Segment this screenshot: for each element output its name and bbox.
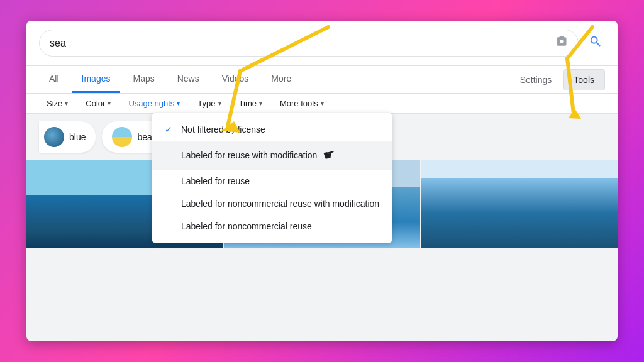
nav-tabs: All Images Maps News Videos More Setting… (26, 66, 618, 94)
size-filter[interactable]: Size ▾ (39, 94, 75, 113)
browser-window: All Images Maps News Videos More Setting… (26, 21, 618, 341)
pill-blue-circle (44, 127, 64, 147)
settings-button[interactable]: Settings (511, 69, 561, 91)
tab-videos[interactable]: Videos (212, 66, 259, 93)
dropdown-item-not-filtered[interactable]: ✓ Not filtered by license (152, 118, 392, 141)
tab-images[interactable]: Images (72, 66, 121, 93)
usage-rights-chevron-icon: ▾ (177, 100, 180, 107)
tools-button[interactable]: Tools (563, 69, 605, 90)
time-chevron-icon: ▾ (259, 100, 262, 107)
dropdown-item-reuse[interactable]: ✓ Labeled for reuse (152, 170, 392, 192)
search-button[interactable] (586, 32, 605, 55)
checkmark-icon: ✓ (165, 124, 175, 134)
type-chevron-icon: ▾ (218, 100, 221, 107)
dropdown-item-reuse-modification[interactable]: ✓ Labeled for reuse with modification ☛ (152, 141, 392, 170)
size-chevron-icon: ▾ (65, 100, 68, 107)
color-filter[interactable]: Color ▾ (78, 94, 118, 113)
pill-partial-left[interactable]: blue (39, 121, 96, 153)
camera-icon[interactable] (555, 35, 568, 51)
type-filter[interactable]: Type ▾ (190, 94, 228, 113)
more-tools-filter[interactable]: More tools ▾ (272, 94, 331, 113)
usage-rights-filter[interactable]: Usage rights ▾ (121, 94, 187, 113)
tab-maps[interactable]: Maps (123, 66, 164, 93)
search-bar-area (26, 21, 618, 66)
dropdown-item-noncommercial[interactable]: ✓ Labeled for noncommercial reuse (152, 215, 392, 238)
time-filter[interactable]: Time ▾ (231, 94, 270, 113)
search-input[interactable] (50, 38, 550, 49)
filter-bar: Size ▾ Color ▾ Usage rights ▾ Type ▾ Tim… (26, 94, 618, 114)
pill-blue-label: blue (69, 132, 86, 142)
color-chevron-icon: ▾ (108, 100, 111, 107)
tab-news[interactable]: News (167, 66, 209, 93)
search-input-wrapper[interactable] (39, 30, 579, 57)
tab-more[interactable]: More (261, 66, 301, 93)
pill-beach-circle (112, 127, 132, 147)
thumbnail-3[interactable] (421, 160, 618, 248)
tab-all[interactable]: All (39, 66, 69, 93)
cursor-icon: ☛ (321, 146, 338, 165)
more-tools-chevron-icon: ▾ (321, 100, 324, 107)
usage-rights-dropdown: ✓ Not filtered by license ✓ Labeled for … (152, 113, 392, 243)
dropdown-item-noncommercial-modification[interactable]: ✓ Labeled for noncommercial reuse with m… (152, 192, 392, 215)
